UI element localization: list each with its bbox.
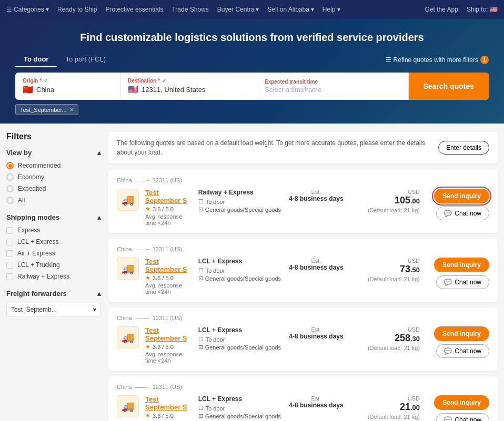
checkbox-express <box>6 227 13 234</box>
filter-option-expedited[interactable]: Expedited <box>6 185 101 192</box>
provider-info-3: Test September S ★ 3.6 / 5.0 Avg. respon… <box>145 395 192 421</box>
price-currency-0: USD <box>351 189 420 195</box>
shipping-info-0: Railway + Express ☐ To door ⊡ General go… <box>198 189 281 214</box>
filter-option-lcl-trucking[interactable]: LCL + Trucking <box>6 261 101 269</box>
shipping-mode-0: Railway + Express <box>198 189 281 196</box>
provider-name-0[interactable]: Test September S <box>145 189 192 204</box>
filter-section-viewby: View by ▴ Recommended Economy Expedited … <box>6 149 101 204</box>
filter-option-air-express[interactable]: Air + Express <box>6 250 101 257</box>
chat-now-button-0[interactable]: 💬 Chat now <box>436 207 489 220</box>
freight-forwarder-dropdown[interactable]: Test_Septemb... ▾ <box>6 303 101 316</box>
route-to-0: 12311 (US) <box>153 177 182 183</box>
refine-badge: 1 <box>480 56 489 64</box>
send-inquiry-button-0[interactable]: Send inquiry <box>434 189 489 203</box>
price-main-0: 105 <box>395 195 410 206</box>
goods-icon-3: ⊡ <box>198 413 203 419</box>
transit-field[interactable]: Expected transit time Select a timeframe <box>257 73 409 100</box>
origin-field[interactable]: Origin * ✓ 🇨🇳 China <box>15 73 120 100</box>
provider-info-0: Test September S ★ 3.6 / 5.0 Avg. respon… <box>145 189 192 226</box>
nav-item-trade[interactable]: Trade Shows <box>172 6 208 13</box>
filter-option-all[interactable]: All <box>6 197 101 204</box>
shipping-goods-0: ⊡ General goods/Special goods <box>198 206 281 213</box>
top-nav: ☰ Categories ▾ Ready to Ship Protective … <box>0 0 504 19</box>
actions-0: Send inquiry 💬 Chat now <box>426 189 489 220</box>
shipping-door-2: ☐ To door <box>198 336 281 343</box>
nav-item-protective[interactable]: Protective essentials <box>105 6 163 13</box>
route-line-2: China ——→ 12311 (US) <box>117 315 489 321</box>
filter-viewby-header[interactable]: View by ▴ <box>6 149 101 157</box>
provider-logo-3: 🚚 <box>117 395 139 417</box>
search-quotes-button[interactable]: Search quotes <box>409 73 489 100</box>
price-cents-3: .00 <box>410 404 420 412</box>
card-body-1: 🚚 Test September S ★ 3.6 / 5.0 Avg. resp… <box>117 258 489 295</box>
tab-to-door[interactable]: To door <box>15 52 57 67</box>
origin-label: Origin * ✓ <box>23 78 113 84</box>
door-icon-2: ☐ <box>198 336 204 343</box>
chat-now-button-2[interactable]: 💬 Chat now <box>436 344 489 358</box>
shipping-door-3: ☐ To door <box>198 405 281 412</box>
filter-option-recommended[interactable]: Recommended <box>6 162 101 169</box>
nav-item-help[interactable]: Help ▾ <box>322 6 340 13</box>
price-note-2: (Default load: 21 kg) <box>351 345 420 351</box>
filter-tag-remove-0[interactable]: × <box>70 106 74 114</box>
filter-shipping-header[interactable]: Shipping modes ▴ <box>6 213 101 221</box>
transit-label-0: Est. <box>287 189 345 195</box>
enter-details-button[interactable]: Enter details <box>438 141 489 155</box>
goods-icon-0: ⊡ <box>198 206 203 213</box>
transit-days-0: 4-8 business days <box>287 195 345 202</box>
star-icon-0: ★ <box>145 206 150 212</box>
route-from-0: China <box>117 177 132 183</box>
provider-name-1[interactable]: Test September S <box>145 258 192 273</box>
chat-now-button-1[interactable]: 💬 Chat now <box>436 275 489 289</box>
send-inquiry-button-2[interactable]: Send inquiry <box>434 326 489 341</box>
origin-value: 🇨🇳 China <box>23 85 113 95</box>
info-bar: The following quotes are based on a defa… <box>108 132 498 163</box>
price-currency-3: USD <box>351 395 420 402</box>
transit-label-2: Est. <box>287 326 345 333</box>
filter-option-express[interactable]: Express <box>6 227 101 234</box>
transit-label-3: Est. <box>287 395 345 402</box>
provider-name-2[interactable]: Test September S <box>145 326 192 342</box>
refine-icon: ☰ <box>386 56 391 64</box>
filter-freight-header[interactable]: Freight forwarders ▴ <box>6 290 101 297</box>
nav-item-categories[interactable]: ☰ Categories ▾ <box>6 6 49 13</box>
get-app-link[interactable]: Get the App <box>425 6 458 13</box>
chevron-up-icon: ▴ <box>97 149 101 157</box>
price-main-3: 21 <box>400 402 410 412</box>
shipping-info-3: LCL + Express ☐ To door ⊡ General goods/… <box>198 395 281 420</box>
radio-economy <box>6 173 14 181</box>
refine-quotes-link[interactable]: ☰ Refine quotes with more filters 1 <box>386 56 489 64</box>
filter-option-railway[interactable]: Railway + Express <box>6 273 101 280</box>
checkbox-lcl-trucking <box>6 262 13 269</box>
filter-option-economy[interactable]: Economy <box>6 173 101 181</box>
search-bar: Origin * ✓ 🇨🇳 China Destination * ✓ 🇺🇸 1… <box>15 73 489 100</box>
tab-to-port[interactable]: To port (FCL) <box>57 52 114 67</box>
dest-flag: 🇺🇸 <box>128 85 138 95</box>
ship-to-selector[interactable]: Ship to: 🇺🇸 <box>467 6 498 13</box>
send-inquiry-button-1[interactable]: Send inquiry <box>434 258 489 272</box>
transit-label: Expected transit time <box>265 79 401 85</box>
nav-item-ready[interactable]: Ready to Ship <box>57 6 97 13</box>
provider-rating-1: ★ 3.6 / 5.0 <box>145 274 192 281</box>
filter-option-lcl-express[interactable]: LCL + Express <box>6 238 101 245</box>
price-section-2: USD 258.30 (Default load: 21 kg) <box>351 326 420 351</box>
nav-item-buyer[interactable]: Buyer Centra ▾ <box>217 6 259 13</box>
provider-logo-0: 🚚 <box>117 189 139 211</box>
chat-icon-3: 💬 <box>444 416 452 421</box>
shipping-info-2: LCL + Express ☐ To door ⊡ General goods/… <box>198 326 281 352</box>
provider-name-3[interactable]: Test September S <box>145 395 192 411</box>
route-from-3: China <box>117 384 132 390</box>
chat-icon-1: 💬 <box>444 279 452 286</box>
shipping-mode-1: LCL + Express <box>198 258 281 265</box>
chat-now-button-3[interactable]: 💬 Chat now <box>436 413 489 421</box>
destination-field[interactable]: Destination * ✓ 🇺🇸 12311, United States <box>120 73 257 100</box>
chevron-up-icon-shipping: ▴ <box>97 213 101 221</box>
nav-item-sell[interactable]: Sell on Alibaba ▾ <box>267 6 314 13</box>
hero-section: Find customizable logistics solutions fr… <box>0 19 504 124</box>
transit-1: Est. 4-8 business days <box>287 258 345 271</box>
shipping-mode-3: LCL + Express <box>198 395 281 403</box>
origin-flag: 🇨🇳 <box>23 85 33 95</box>
price-main-1: 73 <box>400 264 410 274</box>
price-currency-1: USD <box>351 258 420 264</box>
send-inquiry-button-3[interactable]: Send inquiry <box>434 395 489 410</box>
